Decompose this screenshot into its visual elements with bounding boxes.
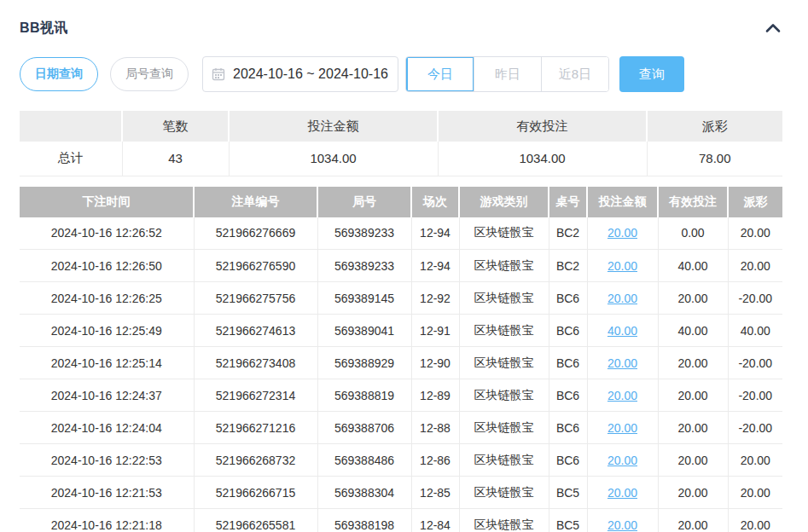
- summary-header-row: 笔数 投注金额 有效投注 派彩: [20, 111, 782, 142]
- bet-amount-link[interactable]: 20.00: [607, 421, 637, 435]
- payout-cell: -20.00: [728, 282, 782, 315]
- summary-header-valid-bet: 有效投注: [438, 111, 647, 142]
- bet-time-cell: 2024-10-16 12:26:50: [20, 250, 194, 282]
- table-row: 2024-10-16 12:26:50521966276590569389233…: [20, 250, 782, 282]
- table-row: 2024-10-16 12:25:49521966274613569389041…: [20, 315, 782, 347]
- search-button[interactable]: 查询: [619, 56, 684, 92]
- col-header-bet-amount: 投注金额: [587, 187, 658, 217]
- bet-amount-cell: 20.00: [587, 444, 658, 477]
- bet-time-cell: 2024-10-16 12:24:37: [20, 379, 194, 412]
- game-type-cell: 区块链骰宝: [459, 509, 549, 532]
- session-cell: 12-89: [411, 379, 459, 412]
- bet-amount-link[interactable]: 40.00: [607, 324, 637, 338]
- round-id-cell: 569388486: [317, 444, 411, 477]
- table-no-cell: BC6: [549, 379, 587, 412]
- summary-header-empty: [20, 111, 122, 142]
- game-type-cell: 区块链骰宝: [459, 282, 549, 315]
- summary-header-bet-amount: 投注金额: [229, 111, 438, 142]
- game-type-cell: 区块链骰宝: [459, 347, 549, 379]
- summary-total-payout: 78.00: [647, 142, 782, 176]
- session-cell: 12-84: [411, 509, 459, 532]
- col-header-valid-bet: 有效投注: [658, 187, 728, 217]
- round-id-cell: 569388929: [317, 347, 411, 379]
- table-no-cell: BC6: [549, 347, 587, 379]
- valid-bet-cell: 40.00: [658, 250, 728, 282]
- col-header-round-id: 局号: [317, 187, 411, 217]
- panel-header: BB视讯: [20, 19, 782, 38]
- order-id-cell: 521966265581: [194, 509, 317, 532]
- game-type-cell: 区块链骰宝: [459, 477, 549, 509]
- table-no-cell: BC2: [549, 250, 587, 282]
- bet-amount-cell: 20.00: [587, 379, 658, 412]
- summary-total-label: 总计: [20, 142, 122, 176]
- order-id-cell: 521966271216: [194, 412, 317, 444]
- table-row: 2024-10-16 12:26:25521966275756569389145…: [20, 282, 782, 315]
- table-row: 2024-10-16 12:24:37521966272314569388819…: [20, 379, 782, 412]
- valid-bet-cell: 20.00: [658, 347, 728, 379]
- order-id-cell: 521966274613: [194, 315, 317, 347]
- table-no-cell: BC2: [549, 217, 587, 250]
- round-id-cell: 569389233: [317, 250, 411, 282]
- round-id-cell: 569389041: [317, 315, 411, 347]
- payout-cell: 20.00: [728, 250, 782, 282]
- table-no-cell: BC6: [549, 412, 587, 444]
- col-header-payout: 派彩: [728, 187, 782, 217]
- bet-amount-link[interactable]: 20.00: [607, 226, 637, 240]
- table-no-cell: BC6: [549, 444, 587, 477]
- order-id-cell: 521966275756: [194, 282, 317, 315]
- table-no-cell: BC5: [549, 477, 587, 509]
- calendar-icon: [212, 67, 225, 81]
- col-header-session: 场次: [411, 187, 459, 217]
- bet-time-cell: 2024-10-16 12:25:49: [20, 315, 194, 347]
- bet-amount-link[interactable]: 20.00: [607, 292, 637, 305]
- date-range-value: 2024-10-16 ~ 2024-10-16: [233, 66, 388, 82]
- bet-amount-link[interactable]: 20.00: [607, 454, 637, 467]
- bet-amount-cell: 20.00: [587, 282, 658, 315]
- table-row: 2024-10-16 12:22:53521966268732569388486…: [20, 444, 782, 477]
- bet-amount-link[interactable]: 20.00: [607, 518, 637, 532]
- date-query-tab[interactable]: 日期查询: [20, 57, 98, 91]
- session-cell: 12-88: [411, 412, 459, 444]
- date-range-input[interactable]: 2024-10-16 ~ 2024-10-16: [202, 56, 398, 92]
- col-header-bet-time: 下注时间: [20, 187, 194, 217]
- table-row: 2024-10-16 12:21:18521966265581569388198…: [20, 509, 782, 532]
- bet-amount-cell: 20.00: [587, 509, 658, 532]
- game-type-cell: 区块链骰宝: [459, 250, 549, 282]
- bet-amount-cell: 20.00: [587, 347, 658, 379]
- session-cell: 12-92: [411, 282, 459, 315]
- bet-time-cell: 2024-10-16 12:22:53: [20, 444, 194, 477]
- valid-bet-cell: 0.00: [658, 217, 728, 250]
- table-no-cell: BC6: [549, 282, 587, 315]
- bet-time-cell: 2024-10-16 12:24:04: [20, 412, 194, 444]
- valid-bet-cell: 20.00: [658, 282, 728, 315]
- game-type-cell: 区块链骰宝: [459, 315, 549, 347]
- summary-header-payout: 派彩: [647, 111, 782, 142]
- bet-amount-cell: 20.00: [587, 477, 658, 509]
- bet-amount-link[interactable]: 20.00: [607, 259, 637, 273]
- bet-amount-link[interactable]: 20.00: [607, 486, 637, 500]
- session-cell: 12-86: [411, 444, 459, 477]
- quick-range-last8days[interactable]: 近8日: [541, 57, 608, 91]
- table-row: 2024-10-16 12:21:53521966266715569388304…: [20, 477, 782, 509]
- round-query-tab[interactable]: 局号查询: [110, 57, 189, 91]
- bet-time-cell: 2024-10-16 12:25:14: [20, 347, 194, 379]
- bet-amount-link[interactable]: 20.00: [607, 356, 637, 370]
- round-id-cell: 569389233: [317, 217, 411, 250]
- payout-cell: -20.00: [728, 412, 782, 444]
- game-type-cell: 区块链骰宝: [459, 217, 549, 250]
- payout-cell: 40.00: [728, 315, 782, 347]
- order-id-cell: 521966268732: [194, 444, 317, 477]
- page-title: BB视讯: [20, 20, 68, 38]
- quick-range-today[interactable]: 今日: [406, 57, 474, 91]
- bet-table-body: 2024-10-16 12:26:52521966276669569389233…: [20, 217, 782, 532]
- quick-range-yesterday[interactable]: 昨日: [474, 57, 541, 91]
- game-type-cell: 区块链骰宝: [459, 412, 549, 444]
- bet-amount-link[interactable]: 20.00: [607, 389, 637, 402]
- collapse-panel-button[interactable]: [764, 19, 782, 38]
- bet-amount-cell: 20.00: [587, 217, 658, 250]
- valid-bet-cell: 20.00: [658, 379, 728, 412]
- session-cell: 12-90: [411, 347, 459, 379]
- table-row: 2024-10-16 12:24:04521966271216569388706…: [20, 412, 782, 444]
- valid-bet-cell: 20.00: [658, 412, 728, 444]
- chevron-up-icon: [765, 23, 781, 33]
